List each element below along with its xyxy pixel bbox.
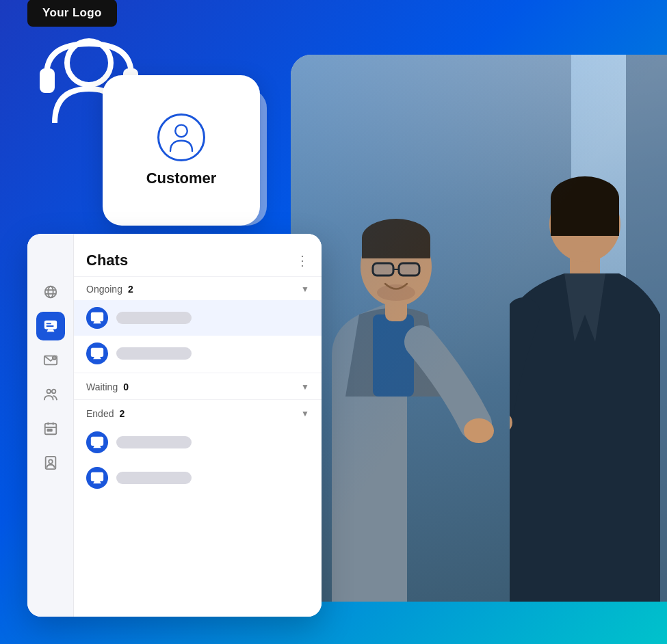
- sidebar-icon-team[interactable]: [36, 380, 65, 409]
- sidebar-icon-contacts[interactable]: [36, 448, 65, 477]
- waiting-section-header[interactable]: Waiting 0 ▼: [74, 375, 322, 398]
- waiting-count: 0: [123, 381, 129, 392]
- customer-card: Customer: [103, 75, 260, 226]
- photo-panel: [291, 55, 667, 602]
- chat-avatar-4: [86, 467, 108, 489]
- svg-point-3: [175, 125, 187, 137]
- ongoing-chevron: ▼: [301, 284, 309, 294]
- divider-1: [74, 373, 322, 373]
- sidebar-icon-email[interactable]: [36, 346, 65, 375]
- chat-list: Ongoing 2 ▼: [74, 277, 322, 617]
- sidebar-icon-calendar[interactable]: [36, 414, 65, 443]
- svg-point-19: [44, 286, 56, 298]
- svg-rect-25: [46, 325, 53, 327]
- ongoing-label: Ongoing 2: [86, 284, 133, 295]
- app-panel: Chats ⋮ Ongoing 2 ▼: [27, 234, 322, 617]
- chat-avatar-1: [86, 307, 108, 329]
- ongoing-count: 2: [128, 284, 133, 295]
- ongoing-section-header[interactable]: Ongoing 2 ▼: [74, 277, 322, 300]
- chat-item-2[interactable]: [74, 336, 322, 371]
- content-wrapper: Customer: [0, 0, 667, 644]
- ended-section-header[interactable]: Ended 2 ▼: [74, 401, 322, 425]
- more-options-button[interactable]: ⋮: [296, 252, 309, 269]
- svg-rect-36: [50, 429, 52, 431]
- sidebar: [27, 234, 74, 617]
- svg-point-29: [47, 390, 51, 394]
- chat-item-3[interactable]: [74, 425, 322, 460]
- svg-point-28: [52, 356, 56, 360]
- chat-name-placeholder-4: [116, 472, 192, 484]
- ended-chevron: ▼: [301, 409, 309, 418]
- customer-person-icon: [157, 113, 205, 161]
- chat-item-4[interactable]: [74, 460, 322, 496]
- svg-rect-40: [91, 348, 103, 357]
- divider-2: [74, 399, 322, 400]
- sidebar-icon-chat[interactable]: [36, 312, 65, 340]
- svg-rect-42: [91, 472, 103, 481]
- svg-point-38: [49, 459, 53, 464]
- chat-avatar-2: [86, 343, 108, 364]
- chat-name-placeholder-2: [116, 347, 192, 360]
- customer-label: Customer: [146, 170, 217, 187]
- chat-name-placeholder-1: [116, 312, 192, 324]
- chat-avatar-3: [86, 431, 108, 453]
- svg-rect-39: [91, 312, 103, 321]
- app-header: Chats ⋮: [74, 239, 322, 277]
- waiting-label: Waiting 0: [86, 381, 129, 392]
- ended-label: Ended 2: [86, 408, 125, 419]
- svg-rect-41: [91, 437, 103, 446]
- svg-point-30: [51, 390, 55, 394]
- svg-rect-23: [44, 321, 56, 330]
- svg-rect-24: [46, 323, 51, 324]
- svg-point-20: [48, 286, 53, 298]
- chats-title: Chats: [86, 252, 128, 269]
- sidebar-icon-globe[interactable]: [36, 278, 65, 306]
- waiting-chevron: ▼: [301, 382, 309, 392]
- chat-name-placeholder-3: [116, 436, 192, 448]
- svg-rect-35: [47, 429, 49, 431]
- logo-bar: Your Logo: [27, 0, 117, 27]
- app-main-content: Chats ⋮ Ongoing 2 ▼: [74, 234, 322, 617]
- photo-overlay: [291, 55, 667, 602]
- chat-item-1[interactable]: [74, 300, 322, 336]
- ended-count: 2: [119, 408, 125, 419]
